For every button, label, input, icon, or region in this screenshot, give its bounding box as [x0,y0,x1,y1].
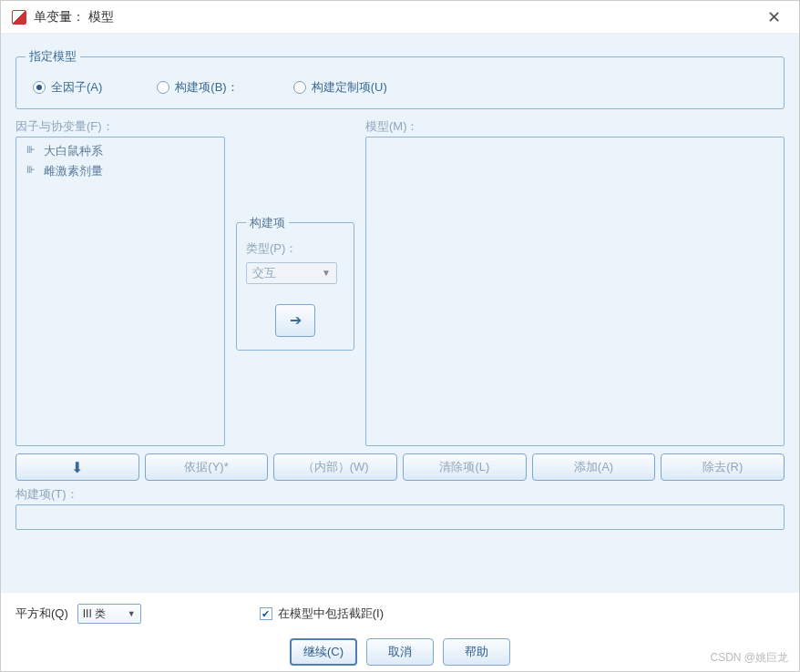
by-button[interactable]: 依据(Y)* [145,453,269,481]
checkbox-icon: ✔ [260,607,272,620]
model-listbox[interactable] [365,137,785,446]
close-icon[interactable]: ✕ [760,4,788,31]
list-item[interactable]: ⊪ 大白鼠种系 [20,141,221,161]
type-label: 类型(P)： [246,240,344,257]
within-button[interactable]: （内部）(W) [273,453,397,481]
clear-button[interactable]: 清除项(L) [403,453,527,481]
watermark: CSDN @姚巨龙 [710,650,788,666]
radio-build-custom-label: 构建定制项(U) [312,79,387,96]
type-combo-value: 交互 [252,265,276,281]
radio-full-factor-label: 全因子(A) [51,79,102,96]
help-button[interactable]: 帮助 [443,638,510,666]
continue-button[interactable]: 继续(C) [290,638,357,666]
sum-of-squares-value: III 类 [83,606,106,622]
build-terms-panel: 构建项 类型(P)： 交互 ▼ ➔ [236,215,354,351]
radio-build-custom[interactable]: 构建定制项(U) [293,79,387,96]
specify-model-group: 指定模型 全因子(A) 构建项(B)： 构建定制项(U) [15,48,785,109]
app-icon [12,10,26,25]
radio-build-terms[interactable]: 构建项(B)： [157,79,238,96]
radio-icon [33,81,46,94]
chevron-down-icon: ▼ [128,609,136,618]
arrow-down-icon: ⬇ [71,459,83,476]
list-item[interactable]: ⊪ 雌激素剂量 [20,161,221,181]
radio-build-terms-label: 构建项(B)： [175,79,238,96]
specify-model-legend: 指定模型 [26,48,80,65]
build-term-label: 构建项(T)： [15,486,785,503]
build-term-input[interactable] [15,504,785,530]
cancel-button[interactable]: 取消 [366,638,434,666]
radio-icon [293,81,306,94]
radio-icon [157,81,169,94]
add-button[interactable]: 添加(A) [532,453,656,481]
chart-icon: ⊪ [24,144,38,158]
radio-full-factor[interactable]: 全因子(A) [33,79,102,96]
title-bar: 单变量： 模型 ✕ [1,1,799,34]
sum-of-squares-label: 平方和(Q) [15,606,68,622]
factor-item-label: 雌激素剂量 [44,163,103,179]
chevron-down-icon: ▼ [322,268,331,278]
include-intercept-checkbox[interactable]: ✔ 在模型中包括截距(I) [260,606,384,622]
window-title: 单变量： 模型 [34,9,114,25]
type-combo[interactable]: 交互 ▼ [246,262,337,284]
model-label: 模型(M)： [365,118,785,135]
factors-label: 因子与协变量(F)： [15,118,225,135]
sum-of-squares-combo[interactable]: III 类 ▼ [77,604,141,624]
move-down-button[interactable]: ⬇ [15,453,139,481]
move-right-button[interactable]: ➔ [275,304,315,337]
factor-item-label: 大白鼠种系 [44,143,103,159]
factor-listbox[interactable]: ⊪ 大白鼠种系 ⊪ 雌激素剂量 [15,137,225,446]
arrow-right-icon: ➔ [290,311,302,329]
chart-icon: ⊪ [24,164,38,178]
include-intercept-label: 在模型中包括截距(I) [278,606,384,622]
remove-button[interactable]: 除去(R) [661,453,785,481]
build-terms-legend: 构建项 [246,215,289,231]
